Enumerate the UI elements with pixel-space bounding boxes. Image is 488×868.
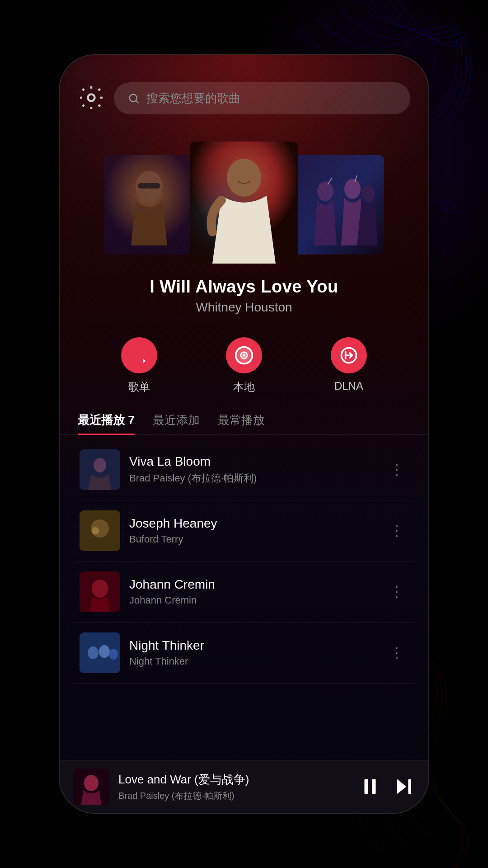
song-item-2[interactable]: Joseph Heaney Buford Terry ⋮	[73, 500, 415, 561]
bar-artist: Brad Paisley (布拉德·帕斯利)	[118, 790, 350, 802]
song-title-1: Viva La Bloom	[129, 454, 376, 469]
song-thumb-4	[80, 632, 120, 673]
dlna-icon	[331, 337, 367, 373]
nav-item-playlist[interactable]: 歌单	[121, 337, 157, 394]
song-list: Viva La Bloom Brad Paisley (布拉德·帕斯利) ⋮ J…	[60, 439, 428, 760]
next-button[interactable]	[392, 775, 415, 798]
tab-added[interactable]: 最近添加	[153, 412, 200, 434]
svg-rect-6	[150, 184, 160, 188]
svg-point-31	[109, 649, 118, 660]
bar-song-info: Love and War (爱与战争) Brad Paisley (布拉德·帕斯…	[118, 772, 350, 802]
song-info-2: Joseph Heaney Buford Terry	[129, 516, 376, 545]
svg-point-26	[92, 580, 108, 598]
tabs-bar: 最近播放 7 最近添加 最常播放	[60, 403, 428, 435]
song-thumb-2	[80, 510, 120, 551]
song-artist-2: Buford Terry	[129, 533, 376, 545]
nav-icons: 歌单 本地	[60, 319, 428, 403]
song-info-1: Viva La Bloom Brad Paisley (布拉德·帕斯利)	[129, 454, 376, 485]
svg-point-11	[317, 181, 333, 201]
svg-point-1	[130, 94, 137, 101]
svg-point-13	[361, 185, 375, 202]
song-item-4[interactable]: Night Thinker Night Thinker ⋮	[73, 623, 415, 684]
vinyl-icon	[226, 337, 262, 373]
bar-album-thumb	[73, 769, 109, 805]
tab-frequent[interactable]: 最常播放	[218, 412, 265, 434]
song-thumb-1	[80, 449, 120, 490]
song-artist-1: Brad Paisley (布拉德·帕斯利)	[129, 472, 376, 485]
svg-point-29	[88, 646, 99, 659]
svg-point-0	[88, 94, 95, 101]
album-card-center[interactable]	[190, 142, 298, 264]
nav-label-local: 本地	[233, 380, 255, 394]
nav-label-playlist: 歌单	[128, 380, 150, 394]
album-card-right[interactable]	[294, 155, 384, 255]
song-title-4: Night Thinker	[129, 638, 376, 653]
svg-point-21	[94, 458, 106, 472]
svg-rect-35	[372, 779, 375, 794]
song-info-3: Johann Cremin Johann Cremin	[129, 577, 376, 606]
header: 搜索您想要的歌曲	[60, 55, 428, 123]
song-menu-2[interactable]: ⋮	[385, 518, 408, 544]
settings-button[interactable]	[78, 84, 105, 113]
album-carousel	[60, 123, 428, 268]
song-thumb-3	[80, 571, 120, 612]
song-title-2: Joseph Heaney	[129, 516, 376, 531]
bar-title: Love and War (爱与战争)	[118, 772, 350, 788]
tab-recent[interactable]: 最近播放 7	[78, 412, 135, 434]
now-playing-artist: Whitney Houston	[78, 300, 410, 315]
song-artist-3: Johann Cremin	[129, 594, 376, 606]
svg-point-18	[243, 354, 245, 357]
search-placeholder: 搜索您想要的歌曲	[146, 90, 240, 106]
tab-count: 7	[128, 413, 134, 427]
phone-shell: 搜索您想要的歌曲	[59, 54, 429, 814]
svg-rect-34	[365, 779, 368, 794]
song-menu-3[interactable]: ⋮	[385, 579, 408, 605]
now-playing-bar: Love and War (爱与战争) Brad Paisley (布拉德·帕斯…	[60, 760, 428, 813]
song-title-3: Johann Cremin	[129, 577, 376, 592]
song-item-3[interactable]: Johann Cremin Johann Cremin ⋮	[73, 561, 415, 623]
song-artist-4: Night Thinker	[129, 656, 376, 667]
song-menu-1[interactable]: ⋮	[385, 457, 408, 483]
nav-item-dlna[interactable]: DLNA	[331, 337, 367, 394]
search-bar[interactable]: 搜索您想要的歌曲	[114, 82, 410, 114]
song-info-4: Night Thinker Night Thinker	[129, 638, 376, 667]
now-playing-title: I Will Always Love You	[78, 277, 410, 297]
song-menu-4[interactable]: ⋮	[385, 640, 408, 666]
playlist-icon	[121, 337, 157, 373]
svg-rect-37	[408, 779, 411, 794]
song-item-1[interactable]: Viva La Bloom Brad Paisley (布拉德·帕斯利) ⋮	[73, 439, 415, 500]
album-card-left[interactable]	[104, 155, 194, 255]
nav-label-dlna: DLNA	[334, 380, 363, 392]
svg-rect-5	[138, 184, 148, 188]
pause-button[interactable]	[359, 775, 381, 798]
playback-controls	[359, 775, 415, 798]
svg-point-30	[99, 645, 110, 658]
now-playing-info: I Will Always Love You Whitney Houston	[60, 268, 428, 319]
svg-point-24	[92, 527, 99, 534]
svg-point-12	[344, 179, 361, 199]
svg-point-9	[227, 159, 261, 197]
svg-marker-36	[397, 779, 406, 794]
svg-point-33	[84, 775, 99, 791]
nav-item-local[interactable]: 本地	[226, 337, 262, 394]
